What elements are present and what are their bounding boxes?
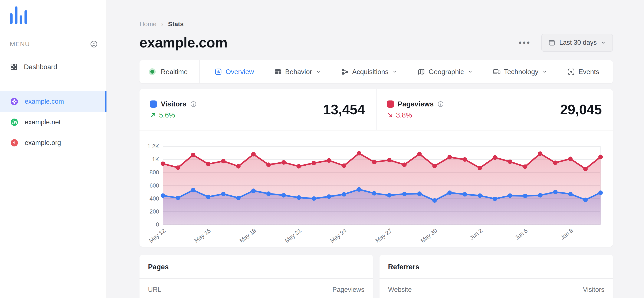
- card-title: Pages: [148, 255, 364, 278]
- stats-row: Visitors: [140, 89, 613, 130]
- more-options-button[interactable]: •••: [516, 36, 533, 49]
- breadcrumb: Home › Stats: [140, 20, 613, 28]
- svg-text:May 24: May 24: [329, 227, 348, 244]
- trend-down-icon: [387, 112, 394, 119]
- section-tabbar: Realtime Overview Behavior Acquisitions: [140, 60, 613, 83]
- sidebar-divider: [0, 84, 106, 84]
- sidebar-item-label: Dashboard: [24, 63, 57, 71]
- svg-text:May 15: May 15: [193, 227, 212, 244]
- tab-realtime[interactable]: Realtime: [140, 60, 200, 83]
- technology-icon: [493, 68, 500, 76]
- stat-name: Pageviews: [398, 100, 434, 108]
- stat-visitors: Visitors: [140, 89, 376, 130]
- column-header-visitors: Visitors: [583, 286, 604, 294]
- svg-text:May 30: May 30: [420, 227, 438, 244]
- svg-text:May 21: May 21: [284, 227, 302, 244]
- site-label: example.net: [25, 118, 61, 126]
- svg-text:May 27: May 27: [374, 227, 393, 244]
- column-header-pageviews: Pageviews: [332, 286, 364, 294]
- chevron-down-icon: [392, 69, 398, 74]
- flower-site-icon: [11, 98, 18, 105]
- breadcrumb-home-link[interactable]: Home: [140, 20, 156, 28]
- visitors-swatch: [150, 100, 157, 108]
- card-title: Referrers: [388, 255, 604, 278]
- svg-text:Jun 8: Jun 8: [559, 227, 574, 241]
- dashboard-grid-icon: [10, 63, 18, 71]
- tab-technology[interactable]: Technology: [493, 68, 547, 76]
- stat-value: 29,045: [560, 102, 602, 117]
- app-logo-icon: [10, 6, 106, 24]
- site-list: example.com example.net example.org: [0, 91, 106, 153]
- realtime-live-dot-icon: [149, 68, 156, 75]
- svg-text:1K: 1K: [152, 156, 159, 163]
- calendar-icon: [548, 39, 556, 46]
- table-header: URL Pageviews: [148, 279, 364, 294]
- svg-text:1.2K: 1.2K: [147, 143, 159, 150]
- header-actions: ••• Last 30 days: [516, 34, 613, 52]
- stat-change: 5.6%: [150, 111, 196, 119]
- svg-text:Jun 2: Jun 2: [468, 227, 484, 241]
- chevron-down-icon: [600, 40, 606, 45]
- referrers-card: Referrers Website Visitors: [380, 255, 613, 298]
- tab-geographic[interactable]: Geographic: [418, 68, 472, 76]
- geographic-icon: [418, 68, 425, 76]
- chevron-down-icon: [468, 69, 473, 74]
- stat-change: 3.8%: [387, 111, 444, 119]
- tab-acquisitions[interactable]: Acquisitions: [341, 68, 398, 76]
- sidebar-site-item[interactable]: example.org: [0, 132, 106, 153]
- overview-icon: [214, 68, 222, 76]
- bolt-site-icon: [11, 139, 18, 146]
- svg-text:200: 200: [150, 208, 159, 215]
- svg-text:May 12: May 12: [148, 227, 166, 244]
- pageviews-swatch: [387, 100, 394, 108]
- svg-text:May 18: May 18: [238, 227, 257, 244]
- menu-label: MENU: [10, 40, 30, 48]
- table-header: Website Visitors: [388, 279, 604, 294]
- overview-card: Visitors: [140, 89, 613, 247]
- acquisitions-icon: [341, 68, 348, 76]
- pages-card: Pages URL Pageviews: [140, 255, 373, 298]
- breadcrumb-current: Stats: [168, 20, 184, 28]
- account-face-icon[interactable]: [90, 40, 98, 48]
- svg-text:Jun 5: Jun 5: [514, 227, 529, 241]
- page-title: example.com: [140, 34, 228, 51]
- waves-site-icon: [11, 119, 18, 126]
- sidebar-site-item[interactable]: example.net: [0, 112, 106, 132]
- svg-text:600: 600: [150, 182, 159, 189]
- column-header-url: URL: [148, 286, 161, 294]
- sidebar-item-dashboard[interactable]: Dashboard: [0, 59, 106, 74]
- page-header: example.com ••• Last 30 days: [140, 33, 613, 52]
- column-header-website: Website: [388, 286, 412, 294]
- behavior-icon: [274, 68, 282, 76]
- tab-events[interactable]: Events: [567, 68, 599, 76]
- stat-pageviews: Pageviews: [376, 89, 613, 130]
- tab-group: Overview Behavior Acquisitions: [200, 60, 613, 83]
- traffic-chart: 02004006008001K1.2KMay 12May 15May 18May…: [140, 130, 613, 247]
- tab-behavior[interactable]: Behavior: [274, 68, 321, 76]
- chevron-down-icon: [316, 69, 321, 74]
- stat-value: 13,454: [323, 102, 365, 117]
- svg-text:0: 0: [156, 221, 159, 228]
- stat-name: Visitors: [161, 100, 186, 108]
- svg-text:400: 400: [150, 195, 159, 202]
- svg-text:800: 800: [150, 169, 159, 176]
- date-range-button[interactable]: Last 30 days: [541, 34, 613, 52]
- sidebar-site-item[interactable]: example.com: [0, 91, 106, 112]
- breadcrumb-chevron-icon: ›: [161, 20, 163, 28]
- chevron-down-icon: [542, 69, 547, 74]
- menu-header: MENU: [0, 40, 106, 48]
- trend-up-icon: [150, 112, 156, 119]
- date-range-label: Last 30 days: [559, 39, 597, 46]
- info-icon[interactable]: [438, 101, 444, 107]
- tab-label: Realtime: [161, 68, 188, 76]
- sidebar: MENU Dashboard example.com exa: [0, 0, 107, 298]
- tab-overview[interactable]: Overview: [214, 68, 254, 76]
- site-label: example.com: [25, 98, 64, 105]
- info-icon[interactable]: [190, 101, 196, 107]
- events-icon: [567, 68, 575, 76]
- main-content: Home › Stats example.com ••• Last 30 day…: [107, 0, 644, 298]
- site-label: example.org: [25, 139, 61, 147]
- bottom-tables: Pages URL Pageviews Referrers Website Vi…: [140, 255, 613, 298]
